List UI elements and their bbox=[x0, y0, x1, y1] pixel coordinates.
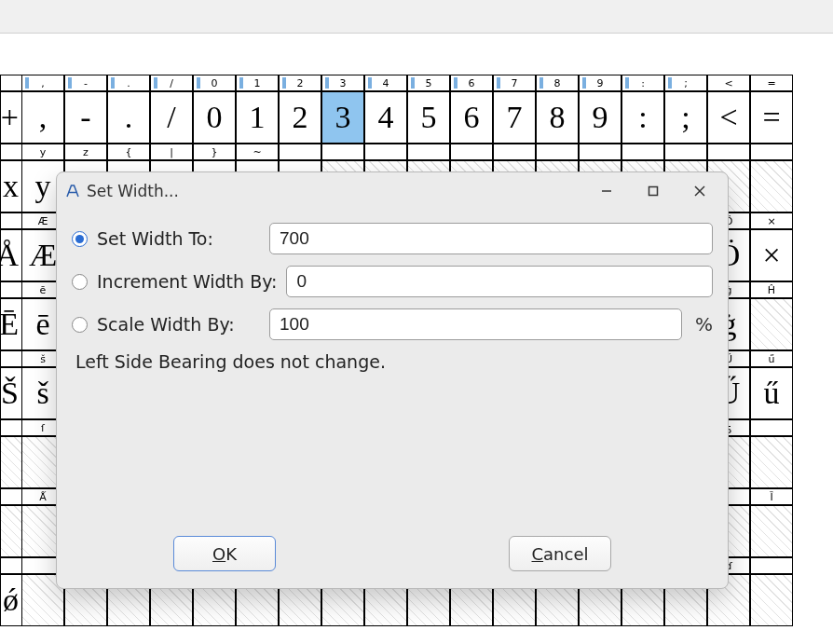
glyph-header bbox=[750, 144, 793, 160]
glyph-cell[interactable]: - bbox=[64, 91, 107, 144]
minimize-button[interactable] bbox=[586, 177, 627, 205]
glyph-cell[interactable]: ; bbox=[664, 91, 707, 144]
glyph-cell[interactable] bbox=[750, 160, 793, 212]
app-icon bbox=[64, 183, 81, 199]
percent-label: % bbox=[695, 313, 713, 336]
set-width-to-input[interactable] bbox=[269, 223, 713, 254]
glyph-header: ~ bbox=[236, 144, 279, 160]
glyph-cell[interactable] bbox=[750, 298, 793, 350]
glyph-header bbox=[707, 144, 750, 160]
glyph-cell[interactable] bbox=[750, 505, 793, 557]
glyph-header: y bbox=[21, 144, 64, 160]
increment-width-input[interactable] bbox=[286, 266, 713, 297]
glyph-cell[interactable]: < bbox=[707, 91, 750, 144]
maximize-button[interactable] bbox=[633, 177, 674, 205]
glyph-cell[interactable] bbox=[750, 574, 793, 626]
dialog-title: Set Width... bbox=[87, 182, 179, 200]
glyph-header bbox=[321, 144, 364, 160]
glyph-header: 9 bbox=[579, 75, 621, 91]
glyph-header: 3 bbox=[321, 75, 364, 91]
set-width-to-label: Set Width To: bbox=[97, 228, 260, 249]
glyph-header: < bbox=[707, 75, 750, 91]
glyph-cell[interactable] bbox=[750, 436, 793, 488]
glyph-header bbox=[579, 144, 621, 160]
glyph-cell[interactable]: 7 bbox=[493, 91, 536, 144]
glyph-header: 6 bbox=[450, 75, 493, 91]
glyph-header: Ȉ bbox=[750, 488, 793, 505]
glyph-header bbox=[536, 144, 579, 160]
glyph-header: , bbox=[21, 75, 64, 91]
ok-button[interactable]: OK bbox=[173, 536, 276, 571]
glyph-cell[interactable]: 2 bbox=[279, 91, 321, 144]
glyph-header: / bbox=[150, 75, 193, 91]
scale-width-label: Scale Width By: bbox=[97, 314, 260, 335]
glyph-header: 0 bbox=[193, 75, 236, 91]
glyph-header: - bbox=[64, 75, 107, 91]
increment-width-label: Increment Width By: bbox=[97, 271, 277, 292]
glyph-header bbox=[450, 144, 493, 160]
glyph-header: z bbox=[64, 144, 107, 160]
glyph-header: ; bbox=[664, 75, 707, 91]
app-topbar bbox=[0, 0, 833, 34]
glyph-cell[interactable]: 6 bbox=[450, 91, 493, 144]
dialog-titlebar: Set Width... bbox=[57, 172, 728, 210]
glyph-header bbox=[279, 144, 321, 160]
glyph-header: Ĥ bbox=[750, 281, 793, 298]
glyph-cell[interactable]: ű bbox=[750, 367, 793, 419]
glyph-header: ű bbox=[750, 350, 793, 367]
glyph-cell[interactable]: , bbox=[21, 91, 64, 144]
glyph-cell[interactable]: 3 bbox=[321, 91, 364, 144]
set-width-to-radio[interactable] bbox=[72, 231, 88, 247]
glyph-cell[interactable]: 8 bbox=[536, 91, 579, 144]
glyph-header: . bbox=[107, 75, 150, 91]
increment-width-radio[interactable] bbox=[72, 274, 88, 290]
glyph-header bbox=[407, 144, 450, 160]
glyph-header: 5 bbox=[407, 75, 450, 91]
glyph-cell[interactable]: = bbox=[750, 91, 793, 144]
glyph-header: × bbox=[750, 212, 793, 229]
glyph-cell[interactable]: 1 bbox=[236, 91, 279, 144]
glyph-header: | bbox=[150, 144, 193, 160]
close-button[interactable] bbox=[679, 177, 720, 205]
note-text: Left Side Bearing does not change. bbox=[75, 351, 713, 372]
glyph-cell[interactable]: × bbox=[750, 229, 793, 281]
glyph-cell[interactable]: 4 bbox=[364, 91, 407, 144]
cancel-button[interactable]: Cancel bbox=[509, 536, 611, 571]
svg-rect-1 bbox=[649, 187, 658, 196]
glyph-header bbox=[664, 144, 707, 160]
glyph-cell[interactable]: 5 bbox=[407, 91, 450, 144]
glyph-header: 8 bbox=[536, 75, 579, 91]
glyph-cell[interactable]: . bbox=[107, 91, 150, 144]
glyph-cell[interactable]: 0 bbox=[193, 91, 236, 144]
set-width-dialog: Set Width... Set Width To: Increment Wid… bbox=[56, 171, 729, 589]
glyph-header: { bbox=[107, 144, 150, 160]
glyph-header bbox=[493, 144, 536, 160]
glyph-header: 7 bbox=[493, 75, 536, 91]
glyph-header: 4 bbox=[364, 75, 407, 91]
glyph-header bbox=[750, 557, 793, 574]
glyph-header: : bbox=[621, 75, 664, 91]
glyph-header bbox=[364, 144, 407, 160]
glyph-cell[interactable]: / bbox=[150, 91, 193, 144]
glyph-header: 2 bbox=[279, 75, 321, 91]
scale-width-radio[interactable] bbox=[72, 317, 88, 333]
glyph-cell[interactable]: 9 bbox=[579, 91, 621, 144]
glyph-header bbox=[621, 144, 664, 160]
glyph-header: 1 bbox=[236, 75, 279, 91]
scale-width-input[interactable] bbox=[269, 308, 682, 340]
glyph-header: } bbox=[193, 144, 236, 160]
glyph-header bbox=[750, 419, 793, 436]
glyph-cell[interactable]: : bbox=[621, 91, 664, 144]
glyph-header: = bbox=[750, 75, 793, 91]
